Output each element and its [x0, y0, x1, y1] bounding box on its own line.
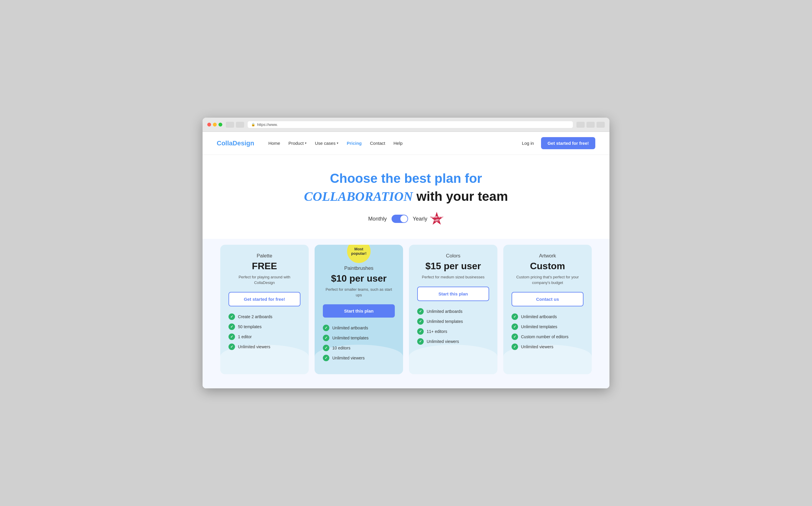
nav-home[interactable]: Home	[268, 141, 280, 146]
get-started-button[interactable]: Get started for free!	[541, 137, 595, 149]
list-item: ✓Create 2 artboards	[229, 314, 300, 320]
check-icon: ✓	[417, 338, 424, 345]
list-item: ✓Unlimited templates	[417, 318, 489, 325]
plan-colors-name: Colors	[417, 253, 489, 259]
list-item: ✓Unlimited artboards	[417, 308, 489, 315]
check-icon: ✓	[512, 334, 518, 340]
browser-dots	[207, 123, 222, 126]
plan-palette-features: ✓Create 2 artboards ✓50 templates ✓1 edi…	[229, 314, 300, 350]
share-button[interactable]	[576, 122, 585, 128]
menu-button[interactable]	[597, 122, 605, 128]
plan-paintbrushes-features: ✓Unlimited artboards ✓Unlimited template…	[323, 325, 395, 361]
nav-links: Home Product ▾ Use cases ▾ Pricing Conta…	[268, 141, 522, 146]
check-icon: ✓	[417, 318, 424, 325]
plan-colors-features: ✓Unlimited artboards ✓Unlimited template…	[417, 308, 489, 345]
check-icon: ✓	[512, 344, 518, 350]
hero-rest-text: with your team	[413, 189, 508, 203]
nav-usecases[interactable]: Use cases ▾	[315, 141, 339, 146]
toggle-knob	[400, 215, 408, 222]
list-item: ✓Unlimited viewers	[323, 355, 395, 361]
plan-colors-desc: Perfect for medium sized businesses	[417, 274, 489, 280]
check-icon: ✓	[229, 334, 235, 340]
address-bar[interactable]: 🔒 https://www.	[248, 121, 573, 128]
hero-title-line1: Choose the best plan for	[217, 170, 595, 186]
plan-colors-price: $15 per user	[417, 261, 489, 272]
plan-palette-price: FREE	[229, 261, 300, 272]
hero-section: Choose the best plan for COLLABORATION w…	[202, 155, 610, 239]
list-item: ✓Unlimited artboards	[323, 325, 395, 331]
tab-button[interactable]	[587, 122, 595, 128]
minimize-dot[interactable]	[213, 123, 217, 126]
plan-artwork-desc: Custom pricing that's perfect for your c…	[512, 274, 583, 285]
check-icon: ✓	[417, 308, 424, 315]
plan-paintbrushes-name: Paintbrushes	[323, 265, 395, 271]
plan-artwork-button[interactable]: Contact us	[512, 292, 583, 306]
page-content: CollaDesign Home Product ▾ Use cases ▾ P…	[202, 132, 610, 388]
plan-paintbrushes-price: $10 per user	[323, 273, 395, 284]
check-icon: ✓	[323, 335, 329, 341]
logo-suffix: Design	[233, 140, 254, 147]
plans-section: Palette FREE Perfect for playing around …	[202, 239, 610, 388]
plan-paintbrushes-button[interactable]: Start this plan	[323, 304, 395, 318]
nav-pricing[interactable]: Pricing	[347, 141, 362, 146]
nav-help[interactable]: Help	[393, 141, 402, 146]
check-icon: ✓	[512, 324, 518, 330]
list-item: ✓50 templates	[229, 324, 300, 330]
plan-palette: Palette FREE Perfect for playing around …	[220, 245, 309, 374]
plan-artwork-price: Custom	[512, 261, 583, 272]
monthly-label: Monthly	[368, 216, 387, 222]
list-item: ✓Unlimited templates	[512, 324, 583, 330]
url-text: https://www.	[257, 122, 278, 127]
plan-colors: Colors $15 per user Perfect for medium s…	[409, 245, 498, 374]
plan-paintbrushes: Most popular! Paintbrushes $10 per user …	[314, 245, 403, 374]
plan-palette-desc: Perfect for playing around with CollaDes…	[229, 274, 300, 285]
plan-artwork-features: ✓Unlimited artboards ✓Unlimited template…	[512, 314, 583, 350]
logo[interactable]: CollaDesign	[217, 140, 254, 147]
check-icon: ✓	[323, 355, 329, 361]
chevron-down-icon: ▾	[305, 141, 307, 145]
list-item: ✓11+ editors	[417, 328, 489, 335]
collab-text: COLLABORATION	[304, 189, 413, 204]
plan-palette-button[interactable]: Get started for free!	[229, 292, 300, 306]
maximize-dot[interactable]	[218, 123, 222, 126]
plan-colors-button[interactable]: Start this plan	[417, 286, 489, 301]
plan-artwork: Artwork Custom Custom pricing that's per…	[503, 245, 592, 374]
navbar: CollaDesign Home Product ▾ Use cases ▾ P…	[202, 132, 610, 155]
list-item: ✓Unlimited templates	[323, 335, 395, 341]
back-button[interactable]	[226, 122, 234, 128]
chevron-down-icon: ▾	[337, 141, 339, 145]
list-item: ✓Unlimited artboards	[512, 314, 583, 320]
save-badge: Save 5% off!	[430, 212, 444, 226]
billing-toggle-section: Monthly Yearly Save 5% off!	[217, 204, 595, 230]
browser-window: 🔒 https://www. CollaDesign Home Product …	[202, 118, 610, 388]
plan-palette-name: Palette	[229, 253, 300, 259]
nav-right: Log in Get started for free!	[522, 137, 595, 149]
list-item: ✓Unlimited viewers	[229, 344, 300, 350]
forward-button[interactable]	[236, 122, 244, 128]
billing-toggle[interactable]	[391, 215, 408, 223]
lock-icon: 🔒	[251, 123, 255, 126]
check-icon: ✓	[417, 328, 424, 335]
check-icon: ✓	[323, 325, 329, 331]
browser-titlebar: 🔒 https://www.	[202, 118, 610, 132]
most-popular-badge: Most popular!	[347, 245, 371, 263]
browser-nav-controls	[226, 122, 244, 128]
hero-title-line2: COLLABORATION with your team	[217, 188, 595, 204]
plan-artwork-name: Artwork	[512, 253, 583, 259]
list-item: ✓Unlimited viewers	[417, 338, 489, 345]
close-dot[interactable]	[207, 123, 211, 126]
check-icon: ✓	[229, 314, 235, 320]
check-icon: ✓	[229, 344, 235, 350]
check-icon: ✓	[229, 324, 235, 330]
list-item: ✓Unlimited viewers	[512, 344, 583, 350]
nav-contact[interactable]: Contact	[370, 141, 385, 146]
nav-product[interactable]: Product ▾	[288, 141, 307, 146]
login-button[interactable]: Log in	[522, 141, 534, 146]
check-icon: ✓	[512, 314, 518, 320]
list-item: ✓1 editor	[229, 334, 300, 340]
browser-action-buttons	[576, 122, 605, 128]
logo-prefix: Colla	[217, 140, 233, 147]
plan-paintbrushes-desc: Perfect for smaller teams, such as start…	[323, 287, 395, 298]
list-item: ✓Custom number of editors	[512, 334, 583, 340]
check-icon: ✓	[323, 345, 329, 351]
